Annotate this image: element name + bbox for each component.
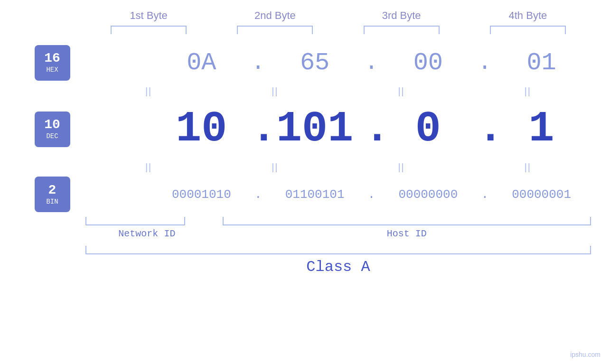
dec-val-2: 101: [265, 108, 365, 150]
top-bracket-1: [85, 26, 212, 34]
top-bracket-4: [465, 26, 591, 34]
dec-dot-1: .: [251, 108, 265, 150]
dec-base-text: DEC: [46, 132, 58, 140]
class-label: Class A: [85, 258, 591, 276]
dec-dot-3: .: [478, 108, 492, 150]
byte-label-3: 3rd Byte: [338, 9, 465, 22]
bottom-labels: Network ID Host ID: [85, 228, 591, 239]
network-id-label: Network ID: [85, 228, 208, 239]
host-bracket: [223, 217, 591, 225]
top-bracket-2: [212, 26, 338, 34]
byte-labels-row: 1st Byte 2nd Byte 3rd Byte 4th Byte: [85, 9, 591, 22]
hex-dot-1: .: [251, 50, 265, 75]
bin-dot-1: .: [251, 187, 265, 202]
byte-label-1: 1st Byte: [85, 9, 212, 22]
bottom-brackets: [85, 217, 591, 225]
byte-label-4: 4th Byte: [465, 9, 591, 22]
hex-val-3: 00: [379, 49, 478, 77]
bin-values: 00001010 . 01100101 . 00000000 . 0000000…: [152, 178, 591, 211]
dec-val-1: 10: [152, 108, 251, 150]
equals-row-1: || || || ||: [85, 82, 591, 101]
equals-7: ||: [338, 162, 465, 173]
main-container: 1st Byte 2nd Byte 3rd Byte 4th Byte 16 H…: [0, 0, 610, 364]
bottom-section: Network ID Host ID: [85, 217, 591, 239]
dec-base-num: 10: [44, 118, 60, 131]
hex-dot-2: .: [365, 50, 379, 75]
equals-1: ||: [85, 86, 212, 97]
dec-val-4: 1: [492, 108, 591, 150]
equals-8: ||: [465, 162, 591, 173]
hex-dot-3: .: [478, 50, 492, 75]
top-brackets-row: [85, 26, 591, 34]
bin-val-4: 00000001: [492, 187, 591, 202]
bin-val-1: 00001010: [152, 187, 251, 202]
host-bracket-wrap: [223, 217, 591, 225]
bin-val-2: 01100101: [265, 187, 365, 202]
equals-3: ||: [338, 86, 465, 97]
bin-base-text: BIN: [46, 198, 58, 205]
dec-label-col: 10 DEC: [19, 112, 85, 147]
class-section: Class A: [85, 246, 591, 276]
host-id-label: Host ID: [223, 228, 591, 239]
equals-row-2: || || || ||: [85, 158, 591, 177]
network-bracket-wrap: [85, 217, 208, 225]
bin-dot-2: .: [365, 187, 379, 202]
bin-label-col: 2 BIN: [19, 177, 85, 212]
hex-base-num: 16: [44, 52, 60, 65]
watermark: ipshu.com: [570, 351, 601, 358]
bin-base-num: 2: [48, 184, 56, 197]
top-bracket-3: [338, 26, 465, 34]
equals-4: ||: [465, 86, 591, 97]
hex-values: 0A . 65 . 00 . 01: [152, 44, 591, 82]
class-bracket-row: [85, 246, 591, 254]
bin-label-box: 2 BIN: [35, 177, 70, 212]
hex-label-col: 16 HEX: [19, 45, 85, 81]
byte-label-2: 2nd Byte: [212, 9, 338, 22]
equals-2: ||: [212, 86, 338, 97]
hex-base-text: HEX: [46, 66, 58, 74]
hex-label-box: 16 HEX: [35, 45, 70, 81]
dec-values: 10 . 101 . 0 . 1: [152, 101, 591, 158]
dec-val-3: 0: [379, 108, 478, 150]
equals-6: ||: [212, 162, 338, 173]
bin-dot-3: .: [478, 187, 492, 202]
network-bracket: [85, 217, 185, 225]
class-bracket: [85, 246, 591, 254]
bin-val-3: 00000000: [379, 187, 478, 202]
hex-val-1: 0A: [152, 49, 251, 77]
dec-label-box: 10 DEC: [35, 112, 70, 147]
hex-val-4: 01: [492, 49, 591, 77]
equals-5: ||: [85, 162, 212, 173]
bin-row: 2 BIN 00001010 . 01100101 . 00000000 . 0…: [19, 177, 591, 212]
hex-row: 16 HEX 0A . 65 . 00 . 01: [19, 44, 591, 82]
dec-dot-2: .: [365, 108, 379, 150]
dec-row: 10 DEC 10 . 101 . 0 . 1: [19, 101, 591, 158]
hex-val-2: 65: [265, 49, 365, 77]
